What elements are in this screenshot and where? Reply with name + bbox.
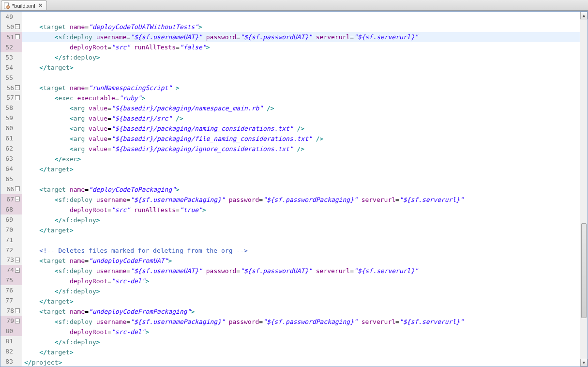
token-plain: = (236, 267, 240, 275)
token-plain (312, 135, 316, 142)
code-line[interactable]: </sf:deploy> (22, 52, 580, 62)
code-line[interactable]: <target name="deployCodeToPackaging"> (22, 184, 580, 195)
code-line[interactable]: deployRoot="src" runAllTests="false"> (22, 42, 580, 52)
editor-tab[interactable]: *build.xml ✕ (1, 0, 47, 10)
code-line[interactable]: <arg value="${basedir}/packaging/naming_… (22, 123, 580, 134)
token-tag: target (43, 84, 70, 92)
code-line[interactable]: deployRoot="src" runAllTests="true"> (22, 205, 580, 215)
token-val: "${sf.passwordUAT}" (240, 267, 312, 275)
line-number: 78 (2, 307, 14, 314)
token-val: "false" (180, 44, 206, 51)
token-plain: = (115, 94, 119, 102)
code-line[interactable]: <arg value="${basedir}/packaging/namespa… (22, 103, 580, 113)
token-plain: = (176, 44, 180, 51)
token-attr: value (89, 115, 107, 122)
token-tag: sf:deploy (62, 216, 96, 224)
token-sym: </ (39, 349, 47, 356)
svg-point-1 (7, 5, 10, 8)
scroll-down-icon[interactable]: ▼ (580, 359, 588, 367)
token-plain (24, 298, 39, 305)
fold-toggle-icon[interactable]: − (15, 95, 20, 100)
code-content[interactable]: <target name="deployCodeToUATWithoutTest… (22, 12, 580, 367)
token-sym: > (70, 227, 74, 234)
fold-toggle-icon[interactable]: − (15, 24, 20, 29)
scrollbar-track[interactable] (580, 19, 588, 359)
token-sym: </ (39, 227, 47, 234)
scrollbar-thumb[interactable] (581, 223, 587, 318)
token-plain (24, 288, 55, 295)
gutter-row: 75 (0, 275, 22, 285)
code-line[interactable]: <sf:deploy username="${sf.usernameUAT}" … (22, 266, 580, 276)
token-tag: sf:deploy (62, 288, 96, 295)
token-sym: > (145, 277, 149, 285)
token-val: "ruby" (119, 94, 142, 102)
code-line[interactable]: </target> (22, 62, 580, 73)
fold-toggle-icon[interactable]: − (15, 85, 20, 90)
code-line[interactable]: </exec> (22, 154, 580, 164)
code-line[interactable]: <target name="undeployCodeFromUAT"> (22, 256, 580, 266)
token-sym: </ (24, 359, 32, 366)
token-attr: runAllTests (134, 44, 176, 51)
token-val: "${basedir}/packaging/naming_considerati… (111, 125, 293, 132)
code-line[interactable]: <sf:deploy username="${sf.usernamePackag… (22, 317, 580, 327)
code-line[interactable]: <!-- Deletes files marked for deleting f… (22, 245, 580, 256)
token-attr: value (89, 145, 107, 153)
fold-toggle-icon[interactable]: − (15, 186, 20, 191)
fold-toggle-icon[interactable]: − (15, 197, 20, 201)
token-sym: > (70, 166, 74, 173)
token-tag: arg (74, 125, 89, 132)
fold-toggle-icon[interactable]: − (15, 34, 20, 39)
code-line[interactable]: deployRoot="src-del"> (22, 327, 580, 337)
fold-toggle-icon[interactable]: − (15, 319, 20, 323)
scroll-up-icon[interactable]: ▲ (580, 12, 588, 19)
code-line[interactable]: <arg value="${basedir}/packaging/file_na… (22, 134, 580, 144)
token-plain: = (85, 308, 89, 315)
code-line[interactable]: </sf:deploy> (22, 337, 580, 347)
vertical-scrollbar[interactable]: ▲ ▼ (580, 12, 588, 367)
code-line[interactable]: </target> (22, 225, 580, 235)
code-line[interactable] (22, 73, 580, 83)
code-line[interactable]: <target name="undeployCodeFromPackaging"… (22, 306, 580, 317)
code-line[interactable]: <target name="deployCodeToUATWithoutTest… (22, 22, 580, 32)
token-sym: > (77, 155, 81, 163)
code-line[interactable]: <exec executable="ruby"> (22, 93, 580, 103)
token-sym: < (70, 145, 74, 153)
token-plain (130, 206, 134, 214)
fold-toggle-icon[interactable]: − (15, 268, 20, 273)
token-plain (24, 328, 70, 336)
fold-toggle-icon[interactable]: − (15, 308, 20, 313)
token-plain (24, 145, 70, 153)
code-line[interactable]: <sf:deploy username="${sf.usernamePackag… (22, 195, 580, 205)
close-icon[interactable]: ✕ (37, 2, 44, 9)
token-plain (312, 267, 316, 275)
code-line[interactable]: </sf:deploy> (22, 215, 580, 225)
code-line[interactable]: <sf:deploy username="${sf.usernameUAT}" … (22, 32, 580, 42)
code-line[interactable]: deployRoot="src-del"> (22, 276, 580, 286)
code-line[interactable]: <arg value="${basedir}/src" /> (22, 113, 580, 123)
token-tag: arg (74, 115, 89, 122)
code-line[interactable]: </sf:deploy> (22, 286, 580, 296)
token-sym: > (96, 338, 100, 346)
line-number: 80 (1, 327, 13, 335)
token-tag: target (43, 257, 70, 264)
line-number: 51 (2, 33, 14, 41)
token-plain: = (107, 125, 111, 132)
code-line[interactable]: <target name="runNamespacingScript" > (22, 83, 580, 93)
gutter-row: 59 (0, 113, 22, 123)
token-attr: runAllTests (134, 206, 176, 214)
code-line[interactable] (22, 174, 580, 184)
ant-file-icon (3, 2, 10, 9)
line-number: 60 (1, 124, 13, 132)
code-line[interactable]: </target> (22, 164, 580, 174)
code-line[interactable]: <arg value="${basedir}/packaging/ignore_… (22, 144, 580, 154)
fold-toggle-icon[interactable]: − (15, 258, 20, 262)
code-line[interactable]: </target> (22, 296, 580, 306)
code-line[interactable] (22, 235, 580, 245)
token-attr: serverurl (316, 33, 350, 41)
code-line[interactable]: </project> (22, 357, 580, 367)
code-line[interactable] (22, 12, 580, 22)
token-attr: username (96, 267, 127, 275)
token-tag: target (43, 308, 70, 315)
token-plain (24, 308, 39, 315)
code-line[interactable]: </target> (22, 347, 580, 357)
